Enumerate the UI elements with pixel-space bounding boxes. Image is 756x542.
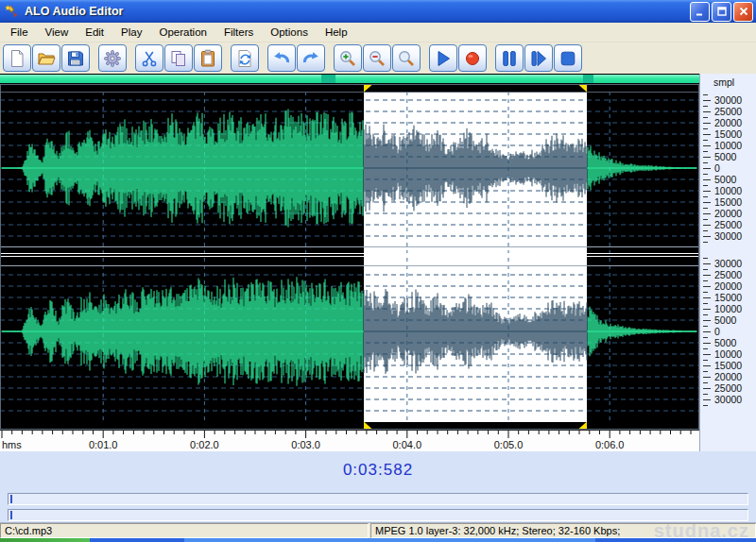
titlebar: ALO Audio Editor [0,0,756,23]
menu-item-operation[interactable]: Operation [150,25,215,40]
redo-button[interactable] [297,44,325,72]
play-button[interactable] [429,44,457,72]
menu-item-file[interactable]: File [2,25,37,40]
step-forward-icon [529,49,548,68]
svg-text:hms: hms [2,439,22,450]
scale-tick [703,388,711,389]
maximize-icon [716,6,728,17]
scale-minor-tick [703,94,708,95]
scale-label: 25000 [714,106,742,117]
format-text: MPEG 1.0 layer-3: 32,000 kHz; Stereo; 32… [375,525,620,536]
toolbar-group [135,44,223,72]
scale-tick [703,179,711,180]
toolbar-group [267,44,326,72]
scale-minor-tick [703,174,708,175]
scale-label: 10000 [714,348,742,360]
zoom-in-button[interactable] [334,44,362,72]
new-file-button[interactable] [3,44,31,72]
scale-label: 0 [714,326,720,337]
menu-item-filters[interactable]: Filters [215,25,262,40]
play-triangle-icon [434,49,453,68]
close-button[interactable] [733,2,753,22]
save-floppy-icon [66,49,85,68]
open-file-button[interactable] [32,44,60,72]
menu-item-view[interactable]: View [37,25,77,40]
scale-tick [703,365,711,366]
app-window: ALO Audio Editor FileViewEditPlayOperati… [0,0,756,542]
taskbar-item[interactable] [184,538,595,542]
scale-tick [703,145,711,146]
menu-item-play[interactable]: Play [112,25,150,40]
svg-text:0:02.0: 0:02.0 [190,439,219,450]
overview-selection-mark [321,75,335,83]
save-file-button[interactable] [61,44,90,72]
scale-minor-tick [703,162,708,163]
scale-label: 30000 [714,258,742,269]
scale-minor-tick [703,303,708,304]
scale-minor-tick [703,242,708,243]
scale-minor-tick [703,292,708,293]
scale-tick [703,157,711,158]
open-folder-icon [37,49,56,68]
position-slider-2[interactable] [8,509,748,521]
time-display: 0:03:582 [0,461,756,480]
scale-tick [703,297,711,298]
undo-button[interactable] [267,44,296,72]
scale-label: 20000 [714,371,742,382]
settings-button[interactable] [98,44,127,72]
reload-button[interactable] [231,44,259,72]
record-button[interactable] [458,44,487,72]
svg-text:0:06.0: 0:06.0 [595,439,625,450]
overview-bar[interactable] [0,74,699,84]
menu-item-edit[interactable]: Edit [77,25,112,40]
close-icon [738,6,749,17]
settings-gear-icon [103,49,122,68]
waveform-display[interactable] [0,84,699,430]
zoom-out-button[interactable] [363,44,391,72]
scale-label: 15000 [714,360,742,371]
window-title: ALO Audio Editor [25,5,690,18]
amplitude-scale: smpl 30000250002000015000100005000050001… [699,74,756,451]
scale-minor-tick [703,394,708,395]
scale-minor-tick [703,269,708,270]
position-slider-1[interactable] [8,493,748,505]
toolbar-group [231,44,260,72]
scale-minor-tick [703,326,708,327]
stop-square-icon [558,49,577,68]
menu-item-options[interactable]: Options [262,25,317,40]
slider-thumb[interactable] [10,495,12,503]
scale-minor-tick [703,117,708,118]
zoom-reset-button[interactable] [392,44,421,72]
undo-arrow-icon [272,49,291,68]
scale-tick [703,123,711,124]
pause-bars-icon [500,49,519,68]
paste-button[interactable] [194,44,222,72]
scale-tick [703,263,711,264]
scale-label: 30000 [714,394,742,405]
stop-button[interactable] [554,44,582,72]
scale-minor-tick [703,280,708,281]
maximize-button[interactable] [712,2,731,22]
start-button[interactable] [0,538,90,542]
slider-thumb[interactable] [10,511,12,519]
pause-button[interactable] [495,44,524,72]
scale-minor-tick [703,337,708,338]
scale-label: 5000 [714,314,736,326]
play-skip-button[interactable] [524,44,553,72]
scale-label: 25000 [714,219,742,230]
scale-label: 20000 [714,208,742,219]
svg-text:0:05.0: 0:05.0 [494,439,524,450]
scale-tick [703,309,711,310]
toolbar-group [495,44,583,72]
minimize-button[interactable] [690,2,710,22]
cut-button[interactable] [135,44,163,72]
scale-label: 5000 [714,151,736,162]
scale-tick [703,225,711,226]
scale-label: 20000 [714,117,742,128]
zoom-out-magnifier-icon [368,49,387,68]
status-file-path: C:\cd.mp3 [0,523,369,538]
copy-button[interactable] [164,44,193,72]
svg-text:0:03.0: 0:03.0 [291,439,320,450]
scale-tick [703,111,711,112]
menu-item-help[interactable]: Help [317,25,356,40]
